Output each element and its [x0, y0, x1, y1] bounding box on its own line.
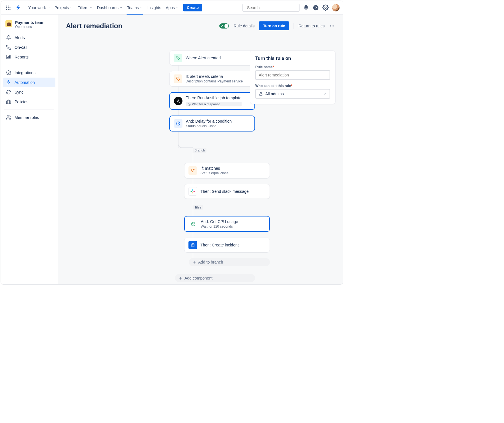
app-switcher-icon[interactable]	[4, 4, 12, 12]
svg-point-29	[194, 169, 194, 170]
add-component-button[interactable]: Add component	[175, 274, 255, 282]
wait-chip: Wait for a response	[186, 102, 242, 106]
flow-card-0[interactable]: When: Alert created	[169, 50, 255, 65]
flow-card-1[interactable]: If: alert meets criteriaDescription cont…	[169, 71, 255, 86]
sidebar-item-policies[interactable]: Policies	[3, 97, 55, 107]
condition-icon	[174, 74, 182, 83]
else-card-1[interactable]: Then: Create incident	[184, 238, 270, 252]
search-input[interactable]	[247, 5, 297, 10]
sidebar-item-automation[interactable]: Automation	[3, 78, 55, 87]
automation-flow: When: Alert createdIf: alert meets crite…	[169, 50, 255, 282]
who-can-edit-label: Who can edit this rule*	[255, 84, 330, 88]
svg-point-13	[325, 7, 326, 9]
trigger-icon	[174, 54, 182, 62]
nav-item-your-work[interactable]: Your work	[27, 3, 52, 12]
rule-toggle[interactable]	[219, 23, 229, 29]
svg-rect-16	[10, 56, 10, 58]
flow-card-2[interactable]: Then: Run Ansible job templateWait for a…	[169, 92, 255, 110]
check-icon	[220, 24, 223, 27]
ansible-icon	[174, 97, 182, 105]
page-title: Alert remediation	[66, 22, 122, 30]
svg-point-1	[8, 5, 9, 6]
sidebar-item-sync[interactable]: Sync	[3, 87, 55, 97]
clock-icon	[174, 119, 182, 128]
who-can-edit-value: All admins	[265, 92, 284, 96]
svg-point-19	[7, 116, 9, 117]
slack-icon	[188, 187, 197, 196]
chevron-down-icon	[323, 92, 327, 96]
nav-item-projects[interactable]: Projects	[53, 3, 75, 12]
return-to-rules-link[interactable]: Return to rules	[298, 24, 325, 28]
bolt-icon	[6, 80, 11, 85]
settings-icon[interactable]	[322, 5, 329, 11]
svg-rect-15	[9, 56, 9, 58]
chart-icon	[6, 54, 11, 60]
svg-rect-31	[192, 189, 193, 191]
svg-point-2	[9, 5, 10, 6]
cpu-icon	[189, 220, 197, 228]
nav-item-filters[interactable]: Filters	[76, 3, 94, 12]
else-label: Else	[193, 205, 203, 210]
svg-point-4	[8, 7, 9, 8]
rule-details-link[interactable]: Rule details	[234, 24, 254, 28]
who-can-edit-select[interactable]: All admins	[255, 89, 330, 99]
sidebar-item-reports[interactable]: Reports	[3, 52, 55, 62]
phone-icon	[6, 45, 11, 50]
team-icon: 💼	[5, 20, 12, 27]
search-input-wrap[interactable]	[242, 4, 300, 12]
svg-rect-18	[7, 101, 11, 104]
rule-name-label: Rule name*	[255, 65, 330, 69]
turn-on-rule-button[interactable]: Turn on rule	[259, 21, 289, 30]
svg-point-0	[6, 5, 7, 6]
add-to-branch-button[interactable]: Add to branch	[189, 258, 270, 266]
user-avatar[interactable]	[332, 4, 340, 11]
nav-item-insights[interactable]: Insights	[146, 3, 163, 12]
svg-point-21	[330, 25, 331, 26]
sidebar-item-alerts[interactable]: Alerts	[3, 33, 55, 42]
svg-point-25	[177, 78, 177, 78]
team-header[interactable]: 💼 Payments team Operations	[3, 19, 55, 33]
svg-rect-43	[260, 94, 262, 95]
notifications-icon[interactable]	[303, 5, 309, 11]
panel-heading: Turn this rule on	[255, 56, 330, 61]
sidebar: 💼 Payments team Operations AlertsOn-call…	[1, 15, 58, 284]
svg-point-24	[177, 57, 177, 57]
svg-point-30	[192, 171, 193, 172]
svg-rect-32	[191, 191, 192, 192]
sync-icon	[6, 90, 11, 95]
nav-item-teams[interactable]: Teams	[125, 3, 144, 12]
lock-icon	[259, 92, 263, 96]
branch-card-1[interactable]: Then: Send slack message	[184, 184, 270, 199]
sidebar-item-member-roles[interactable]: Member roles	[3, 113, 55, 122]
svg-rect-33	[192, 192, 193, 193]
flow-card-3[interactable]: And: Delay for a conditionStatus equals …	[169, 116, 255, 131]
svg-point-8	[9, 9, 10, 10]
main-area: Alert remediation Rule details Turn on r…	[58, 15, 343, 284]
branch-icon	[188, 166, 197, 175]
briefcase-icon	[6, 99, 11, 104]
help-icon[interactable]: ?	[313, 5, 319, 11]
nav-item-apps[interactable]: Apps	[164, 3, 180, 12]
people-icon	[6, 115, 11, 120]
svg-point-20	[9, 116, 11, 117]
divider	[294, 23, 294, 29]
sidebar-item-on-call[interactable]: On-call	[3, 42, 55, 52]
more-menu-icon[interactable]	[329, 23, 335, 29]
svg-point-22	[332, 25, 332, 26]
svg-point-5	[9, 7, 10, 8]
nav-item-dashboards[interactable]: Dashboards	[95, 3, 124, 12]
svg-point-6	[6, 9, 7, 10]
product-logo-icon[interactable]	[15, 5, 21, 11]
create-button[interactable]: Create	[183, 4, 202, 11]
app-frame: Your workProjectsFiltersDashboardsTeamsI…	[1, 1, 343, 285]
bell-icon	[6, 35, 11, 40]
else-card-0[interactable]: And: Get CPU usageWait for 120 seconds	[184, 216, 270, 232]
branch-card-0[interactable]: If: matchesStatus equal close	[184, 163, 270, 178]
svg-point-3	[6, 7, 7, 8]
svg-text:?: ?	[315, 5, 317, 10]
rule-name-input[interactable]	[255, 70, 330, 80]
branch-label: Branch	[193, 148, 206, 153]
sidebar-item-integrations[interactable]: Integrations	[3, 68, 55, 78]
svg-point-7	[8, 9, 9, 10]
svg-point-28	[191, 169, 192, 170]
